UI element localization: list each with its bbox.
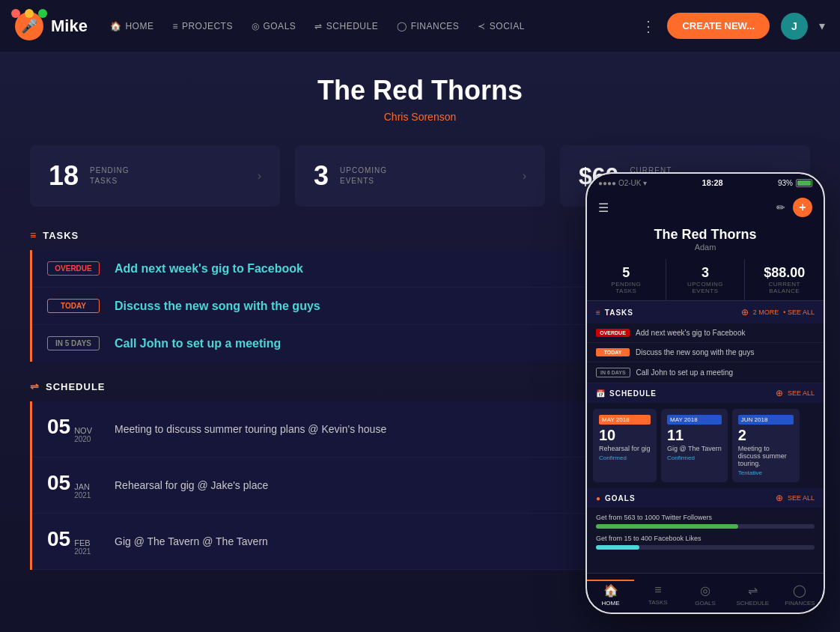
logo-text: Mike — [51, 16, 88, 36]
avatar[interactable]: J — [781, 13, 808, 40]
phone-stat-number: 5 — [591, 265, 662, 281]
phone-goals-header: ● GOALS ⊕ SEE ALL — [587, 488, 824, 508]
create-new-button[interactable]: CREATE NEW... — [667, 13, 770, 39]
avatar-dropdown[interactable]: ▾ — [819, 19, 825, 33]
page-title: The Red Thorns — [30, 75, 810, 106]
phone-pending-tasks[interactable]: 5 PENDINGTASKS — [587, 259, 666, 300]
phone-nav-home[interactable]: 🏠 HOME — [587, 574, 634, 613]
overdue-badge: OVERDUE — [47, 261, 100, 276]
phone-task-item[interactable]: TODAY Discuss the new song with the guys — [587, 343, 824, 362]
phone-finances-icon: ◯ — [793, 583, 806, 598]
phone-tasks-more: 2 MORE — [753, 309, 779, 316]
phone-stats: 5 PENDINGTASKS 3 UPCOMINGEVENTS $88.00 C… — [587, 259, 824, 301]
schedule-date: 05 NOV 2020 — [47, 415, 100, 443]
nav-projects[interactable]: ≡ PROJECTS — [172, 21, 233, 31]
phone-hero-title: The Red Thorns — [594, 227, 816, 243]
nav-schedule[interactable]: ⇌ SCHEDULE — [314, 21, 378, 31]
stat-arrow-icon-2: › — [523, 169, 526, 183]
schedule-section-title: ⇌ SCHEDULE — [30, 380, 106, 392]
phone-add-button[interactable]: + — [793, 198, 812, 217]
phone-bottom-nav: 🏠 HOME ≡ TASKS ◎ GOALS ⇌ SCHEDULE ◯ — [587, 573, 824, 613]
phone-schedule-icon: 📅 — [596, 389, 605, 398]
phone-nav-goals[interactable]: ◎ GOALS — [681, 574, 728, 613]
pending-tasks-number: 18 — [49, 160, 79, 192]
phone-edit-icon[interactable]: ✏ — [776, 201, 785, 213]
phone-balance[interactable]: $88.00 CURRENTBALANCE — [745, 259, 824, 300]
nav-home[interactable]: 🏠 HOME — [110, 21, 154, 31]
schedule-date: 05 FEB 2021 — [47, 527, 100, 556]
phone-stat-number: $88.00 — [749, 265, 820, 281]
phone-menu-icon[interactable]: ☰ — [598, 201, 609, 215]
today-badge: TODAY — [47, 299, 100, 313]
phone-schedule-see-all[interactable]: SEE ALL — [788, 389, 815, 397]
phone-home-icon: 🏠 — [603, 583, 618, 598]
close-button[interactable] — [11, 9, 20, 18]
phone-tasks-label: TASKS — [648, 599, 668, 606]
phone-tasks-title: TASKS — [605, 309, 737, 317]
nav-links: 🏠 HOME ≡ PROJECTS ◎ GOALS ⇌ SCHEDULE ◯ F… — [110, 21, 619, 31]
phone-header: ☰ ✏ + — [587, 192, 824, 223]
phone-goals-add-button[interactable]: ⊕ — [776, 493, 783, 503]
phone-nav-schedule[interactable]: ⇌ SCHEDULE — [729, 574, 776, 613]
phone-goals-see-all[interactable]: SEE ALL — [788, 494, 815, 502]
phone-task-item[interactable]: IN 6 DAYS Call John to set up a meeting — [587, 362, 824, 383]
days-badge: IN 5 DAYS — [47, 336, 100, 350]
phone-task-item[interactable]: OVERDUE Add next week's gig to Facebook — [587, 323, 824, 343]
phone-tasks-icon: ≡ — [654, 583, 661, 597]
phone-schedule-add-button[interactable]: ⊕ — [776, 388, 783, 398]
nav-goals[interactable]: ◎ GOALS — [252, 21, 296, 31]
phone-schedule-date: MAY 2018 — [599, 415, 651, 425]
phone-schedule-date: MAY 2018 — [667, 415, 722, 425]
phone-hero-sub: Adam — [594, 243, 816, 252]
phone-upcoming-events[interactable]: 3 UPCOMINGEVENTS — [666, 259, 746, 300]
phone-tasks-header: ≡ TASKS ⊕ 2 MORE • SEE ALL — [587, 301, 824, 323]
phone-body: ≡ TASKS ⊕ 2 MORE • SEE ALL OVERDUE Add n… — [587, 301, 824, 573]
tasks-section-title: ≡ TASKS — [30, 229, 79, 241]
phone-goals-icon: ● — [596, 494, 600, 502]
stat-arrow-icon: › — [258, 169, 261, 183]
phone-status-bar: ●●●● O2-UK ▾ 18:28 93% — [587, 174, 824, 192]
phone-overdue-badge: OVERDUE — [596, 329, 630, 337]
more-options-button[interactable]: ⋮ — [641, 17, 656, 35]
phone-today-badge: TODAY — [596, 348, 630, 356]
phone-schedule-card[interactable]: MAY 2018 10 Rehearsal for gig Confirmed — [593, 409, 657, 482]
phone-mockup: ●●●● O2-UK ▾ 18:28 93% ☰ ✏ + The Red Tho… — [585, 172, 825, 614]
maximize-button[interactable] — [38, 9, 47, 18]
nav-social[interactable]: ≺ SOCIAL — [478, 21, 525, 31]
phone-goal-progress — [596, 545, 639, 550]
phone-nav-finances[interactable]: ◯ FINANCES — [776, 574, 824, 613]
upcoming-events-number: 3 — [314, 160, 329, 192]
phone-goal-title: Get from 15 to 400 Facebook Likes — [596, 535, 815, 542]
phone-schedule-header: 📅 SCHEDULE ⊕ SEE ALL — [587, 383, 824, 403]
phone-schedule-title: SCHEDULE — [609, 389, 771, 398]
window-controls — [11, 9, 47, 18]
phone-tasks-see-all[interactable]: • SEE ALL — [783, 309, 815, 316]
phone-goal-bar — [596, 545, 815, 550]
phone-goals: Get from 563 to 1000 Twitter Followers G… — [587, 508, 824, 562]
phone-task-text: Discuss the new song with the guys — [636, 348, 754, 356]
hero-section: The Red Thorns Chris Sorenson — [30, 75, 810, 123]
nav-finances[interactable]: ◯ FINANCES — [397, 21, 459, 31]
minimize-button[interactable] — [25, 9, 34, 18]
phone-goals-icon: ◎ — [700, 583, 710, 598]
phone-goal-bar — [596, 524, 815, 529]
phone-tasks-icon: ≡ — [596, 309, 600, 317]
phone-goal-progress — [596, 524, 738, 529]
phone-stat-label: UPCOMINGEVENTS — [670, 281, 741, 294]
pending-tasks-stat[interactable]: 18 PENDING TASKS › — [30, 145, 280, 207]
phone-header-actions: ✏ + — [776, 198, 812, 217]
phone-finances-label: FINANCES — [785, 600, 815, 607]
phone-screen: ●●●● O2-UK ▾ 18:28 93% ☰ ✏ + The Red Tho… — [587, 174, 824, 613]
phone-schedule-card[interactable]: JUN 2018 2 Meeting to discuss summer tou… — [732, 409, 800, 482]
task-text: Call John to set up a meeting — [115, 337, 281, 350]
phone-nav-tasks[interactable]: ≡ TASKS — [634, 574, 681, 613]
phone-stat-label: PENDINGTASKS — [591, 281, 662, 294]
phone-tasks-add-button[interactable]: ⊕ — [741, 307, 749, 317]
phone-schedule-card[interactable]: MAY 2018 11 Gig @ The Tavern Confirmed — [661, 409, 728, 482]
upcoming-events-label: UPCOMING EVENTS — [340, 165, 387, 186]
phone-schedule-cards: MAY 2018 10 Rehearsal for gig Confirmed … — [587, 403, 824, 488]
upcoming-events-stat[interactable]: 3 UPCOMING EVENTS › — [295, 145, 545, 207]
phone-goals-title: GOALS — [605, 494, 771, 502]
phone-stat-label: CURRENTBALANCE — [749, 281, 820, 294]
top-navigation: 🎤 Mike 🏠 HOME ≡ PROJECTS ◎ GOALS ⇌ SCHED… — [0, 0, 840, 52]
